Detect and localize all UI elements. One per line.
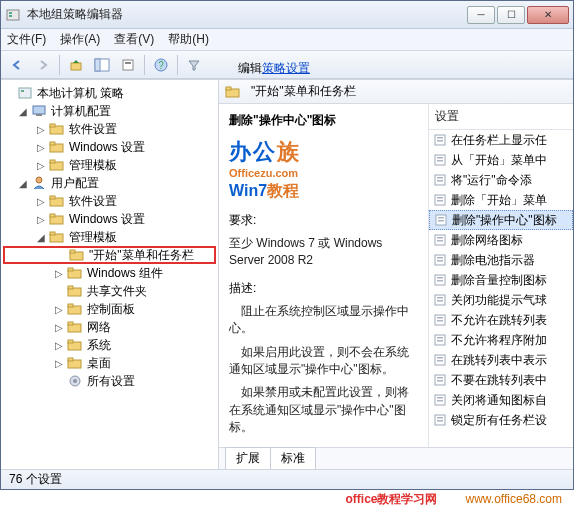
page-footer: office教程学习网 www.office68.com bbox=[0, 490, 574, 508]
tree-toggle[interactable] bbox=[53, 375, 65, 387]
forward-button[interactable] bbox=[31, 54, 55, 76]
window-controls: ─ ☐ ✕ bbox=[467, 6, 569, 24]
svg-rect-71 bbox=[437, 300, 443, 302]
maximize-button[interactable]: ☐ bbox=[497, 6, 525, 24]
status-bar: 76 个设置 bbox=[1, 469, 573, 489]
tree-item[interactable]: ▷管理模板 bbox=[3, 156, 216, 174]
toolbar-separator bbox=[144, 55, 145, 75]
setting-row[interactable]: 在任务栏上显示任 bbox=[429, 130, 573, 150]
settings-header[interactable]: 设置 bbox=[429, 104, 573, 130]
tree-label: 用户配置 bbox=[51, 175, 99, 192]
tree-computer-config[interactable]: ◢ 计算机配置 bbox=[3, 102, 216, 120]
tree-user-config[interactable]: ◢ 用户配置 bbox=[3, 174, 216, 192]
tree-toggle[interactable] bbox=[55, 249, 67, 261]
collapse-icon[interactable]: ▷ bbox=[35, 195, 47, 207]
tree-item-start-menu[interactable]: "开始"菜单和任务栏 bbox=[3, 246, 216, 264]
setting-row[interactable]: 锁定所有任务栏设 bbox=[429, 410, 573, 430]
setting-row[interactable]: 删除网络图标 bbox=[429, 230, 573, 250]
tree-item[interactable]: ▷网络 bbox=[3, 318, 216, 336]
close-button[interactable]: ✕ bbox=[527, 6, 569, 24]
menu-file[interactable]: 文件(F) bbox=[7, 31, 46, 48]
setting-row[interactable]: 关闭功能提示气球 bbox=[429, 290, 573, 310]
tree-item[interactable]: 所有设置 bbox=[3, 372, 216, 390]
collapse-icon[interactable]: ▷ bbox=[35, 141, 47, 153]
tree-label: 管理模板 bbox=[69, 229, 117, 246]
collapse-icon[interactable]: ▷ bbox=[53, 339, 65, 351]
details-pane-button[interactable] bbox=[90, 54, 114, 76]
menu-view[interactable]: 查看(V) bbox=[114, 31, 154, 48]
policy-icon bbox=[17, 85, 33, 101]
tree-item[interactable]: ▷Windows 设置 bbox=[3, 138, 216, 156]
collapse-icon[interactable]: ▷ bbox=[35, 213, 47, 225]
setting-label: 删除电池指示器 bbox=[451, 252, 535, 269]
tab-extended[interactable]: 扩展 bbox=[225, 447, 271, 469]
title-bar[interactable]: 本地组策略编辑器 ─ ☐ ✕ bbox=[1, 1, 573, 29]
folder-icon bbox=[49, 139, 65, 155]
minimize-button[interactable]: ─ bbox=[467, 6, 495, 24]
tree-item[interactable]: ▷软件设置 bbox=[3, 120, 216, 138]
collapse-icon[interactable]: ▷ bbox=[35, 159, 47, 171]
tab-standard[interactable]: 标准 bbox=[270, 447, 316, 469]
expand-icon[interactable]: ◢ bbox=[17, 105, 29, 117]
tree-item[interactable]: ▷Windows 设置 bbox=[3, 210, 216, 228]
folder-icon bbox=[49, 211, 65, 227]
folder-icon bbox=[225, 84, 241, 100]
collapse-icon[interactable]: ▷ bbox=[35, 123, 47, 135]
collapse-icon[interactable]: ▷ bbox=[53, 303, 65, 315]
setting-row[interactable]: 从「开始」菜单中 bbox=[429, 150, 573, 170]
setting-title: 删除"操作中心"图标 bbox=[229, 112, 418, 129]
tree-toggle[interactable] bbox=[53, 285, 65, 297]
help-button[interactable]: ? bbox=[149, 54, 173, 76]
export-button[interactable] bbox=[116, 54, 140, 76]
svg-rect-55 bbox=[437, 197, 443, 199]
svg-rect-12 bbox=[33, 106, 45, 114]
svg-rect-22 bbox=[50, 196, 55, 199]
folder-icon bbox=[67, 301, 83, 317]
tree-item[interactable]: ▷桌面 bbox=[3, 354, 216, 372]
expand-icon[interactable]: ◢ bbox=[17, 177, 29, 189]
setting-row[interactable]: 删除音量控制图标 bbox=[429, 270, 573, 290]
setting-row[interactable]: 删除"操作中心"图标 bbox=[429, 210, 573, 230]
path-label: "开始"菜单和任务栏 bbox=[251, 83, 356, 100]
menu-help[interactable]: 帮助(H) bbox=[168, 31, 209, 48]
path-bar: "开始"菜单和任务栏 bbox=[219, 80, 573, 104]
tree-item[interactable]: ▷Windows 组件 bbox=[3, 264, 216, 282]
watermark-logo: 办公族 Officezu.com Win7教程 bbox=[229, 137, 418, 202]
menu-action[interactable]: 操作(A) bbox=[60, 31, 100, 48]
tree-label: 共享文件夹 bbox=[87, 283, 147, 300]
tab-bar: 扩展 标准 bbox=[219, 447, 573, 469]
setting-label: 删除音量控制图标 bbox=[451, 272, 547, 289]
setting-row[interactable]: 将"运行"命令添 bbox=[429, 170, 573, 190]
policy-item-icon bbox=[433, 253, 447, 267]
svg-rect-85 bbox=[437, 397, 443, 399]
setting-row[interactable]: 在跳转列表中表示 bbox=[429, 350, 573, 370]
expand-icon[interactable]: ◢ bbox=[35, 231, 47, 243]
tree-toggle[interactable] bbox=[3, 87, 15, 99]
setting-row[interactable]: 删除「开始」菜单 bbox=[429, 190, 573, 210]
tree-item[interactable]: 共享文件夹 bbox=[3, 282, 216, 300]
tree-root[interactable]: 本地计算机 策略 bbox=[3, 84, 216, 102]
tree-item[interactable]: ▷系统 bbox=[3, 336, 216, 354]
tree-pane[interactable]: 本地计算机 策略 ◢ 计算机配置 ▷软件设置 ▷Windows 设置 ▷管理模板… bbox=[1, 80, 219, 469]
requirements-text: 至少 Windows 7 或 Windows Server 2008 R2 bbox=[229, 235, 418, 270]
tree-item[interactable]: ▷控制面板 bbox=[3, 300, 216, 318]
settings-list[interactable]: 设置 在任务栏上显示任从「开始」菜单中将"运行"命令添删除「开始」菜单删除"操作… bbox=[429, 104, 573, 447]
collapse-icon[interactable]: ▷ bbox=[53, 357, 65, 369]
svg-rect-3 bbox=[71, 63, 81, 70]
collapse-icon[interactable]: ▷ bbox=[53, 267, 65, 279]
tree-item[interactable]: ◢管理模板 bbox=[3, 228, 216, 246]
up-button[interactable] bbox=[64, 54, 88, 76]
filter-button[interactable] bbox=[182, 54, 206, 76]
setting-row[interactable]: 不允许在跳转列表 bbox=[429, 310, 573, 330]
tree-label: Windows 设置 bbox=[69, 139, 145, 156]
setting-row[interactable]: 删除电池指示器 bbox=[429, 250, 573, 270]
svg-rect-82 bbox=[437, 377, 443, 379]
collapse-icon[interactable]: ▷ bbox=[53, 321, 65, 333]
svg-rect-2 bbox=[9, 15, 12, 17]
setting-row[interactable]: 不要在跳转列表中 bbox=[429, 370, 573, 390]
tree-item[interactable]: ▷软件设置 bbox=[3, 192, 216, 210]
setting-row[interactable]: 关闭将通知图标自 bbox=[429, 390, 573, 410]
policy-item-icon bbox=[433, 393, 447, 407]
setting-row[interactable]: 不允许将程序附加 bbox=[429, 330, 573, 350]
back-button[interactable] bbox=[5, 54, 29, 76]
